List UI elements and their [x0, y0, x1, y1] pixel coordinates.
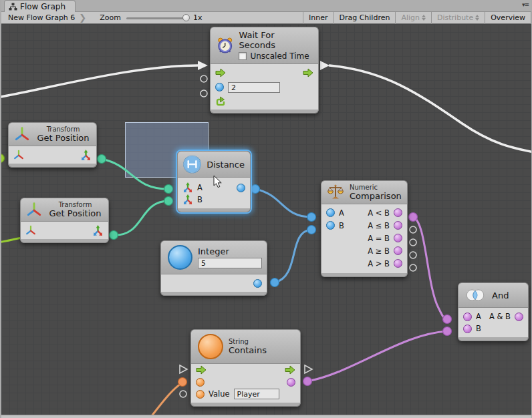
flow-graph-window: Flow Graph ▾≡ New Flow Graph 6 ❯ Zoom 1x… — [0, 0, 532, 418]
dot-teal — [164, 185, 173, 194]
node-footer — [458, 337, 529, 341]
dot-blue — [271, 278, 279, 287]
wire-distance-to-comparison-a — [255, 189, 311, 217]
empty-exec-triangle-contains-out — [305, 365, 312, 373]
seconds-port[interactable] — [215, 83, 224, 91]
seconds-field[interactable]: 2 — [228, 82, 280, 93]
dot-blue — [307, 226, 316, 234]
integer-circle-icon — [168, 245, 192, 270]
port-label: B — [476, 324, 481, 333]
integer-value-field[interactable]: 5 — [198, 258, 262, 268]
node-wait-for-seconds[interactable]: Wait For Seconds Unscaled Time 2 — [210, 27, 319, 114]
port-label: A ≤ B — [368, 221, 390, 230]
port-label: A > B — [368, 259, 390, 268]
inner-button[interactable]: Inner — [303, 12, 333, 24]
vector3-input-port-icon[interactable] — [182, 182, 193, 193]
exec-out-port-icon[interactable] — [285, 365, 295, 375]
contains-value-field[interactable]: Player — [234, 389, 279, 399]
comparison-input-a-port[interactable] — [326, 208, 335, 217]
comparison-geq-port[interactable] — [394, 246, 402, 255]
and-output-port[interactable] — [515, 312, 523, 321]
node-distance[interactable]: Distance A — [177, 151, 251, 212]
vector3-input-port-icon[interactable] — [182, 194, 193, 205]
node-get-position-2[interactable]: Transform Get Position — [20, 198, 109, 243]
node-subtitle: Transform — [47, 201, 103, 208]
unscaled-time-checkbox[interactable] — [239, 52, 247, 60]
comparison-eq-port[interactable] — [394, 234, 402, 242]
dot-purple — [409, 213, 418, 222]
empty-port-wait-loop — [201, 90, 207, 97]
node-footer — [160, 292, 267, 296]
port-label: A ≥ B — [368, 246, 390, 256]
dot-teal — [110, 231, 118, 240]
breadcrumb-label: New Flow Graph 6 — [8, 13, 75, 22]
exec-out-port-icon[interactable] — [303, 68, 313, 77]
exec-in-port-icon[interactable] — [215, 68, 226, 77]
align-button[interactable]: Align — [395, 12, 431, 24]
node-body: 2 — [210, 64, 319, 110]
transform-input-port-icon[interactable] — [13, 150, 24, 160]
port-label: B — [197, 195, 203, 204]
comparison-leq-port[interactable] — [394, 221, 402, 230]
node-body: A A < B B A ≤ B A = B A ≥ B — [321, 204, 408, 273]
wire-orange-in — [149, 383, 182, 415]
node-header: Numeric Comparison — [321, 180, 408, 204]
node-header: String Contains — [190, 329, 301, 364]
drag-children-button[interactable]: Drag Children — [333, 12, 395, 24]
dot-teal — [164, 197, 173, 206]
transform-input-port-icon[interactable] — [25, 225, 36, 236]
node-header: And — [458, 282, 529, 308]
zoom-slider-knob[interactable] — [182, 14, 190, 21]
node-header: Transform Get Position — [20, 198, 109, 222]
node-header: Transform Get Position — [8, 122, 97, 146]
zoom-label: Zoom — [100, 13, 121, 22]
comparison-input-b-port[interactable] — [326, 221, 335, 230]
node-subtitle: Numeric — [350, 184, 402, 191]
toolbar-right-group: Inner Drag Children Align Distribute Ove… — [303, 12, 531, 24]
graph-canvas[interactable]: Wait For Seconds Unscaled Time 2 — [1, 24, 531, 415]
exec-arrowhead-out — [320, 61, 329, 70]
port-label: A = B — [368, 234, 390, 243]
port-label: Value — [209, 389, 230, 399]
checkbox-label: Unscaled Time — [250, 51, 309, 61]
integer-output-port[interactable] — [253, 279, 262, 288]
and-input-a-port[interactable] — [463, 312, 472, 321]
exec-in-port-icon[interactable] — [196, 365, 207, 375]
and-input-b-port[interactable] — [463, 325, 472, 333]
comparison-gt-port[interactable] — [394, 259, 402, 268]
node-title: Wait For Seconds — [239, 30, 312, 50]
dot-orange — [178, 378, 187, 387]
graph-toolbar: New Flow Graph 6 ❯ Zoom 1x Inner Drag Ch… — [1, 12, 531, 24]
vector3-output-port-icon[interactable] — [80, 150, 92, 161]
distance-output-port[interactable] — [237, 184, 245, 192]
node-header: Integer 5 — [160, 240, 267, 274]
zoom-slider[interactable] — [126, 12, 188, 24]
node-body — [20, 222, 109, 239]
breadcrumb[interactable]: New Flow Graph 6 — [1, 12, 78, 24]
transform-axes-icon — [26, 202, 42, 218]
pane-menu-icon[interactable]: ▾≡ — [522, 1, 529, 8]
node-get-position-1[interactable]: Transform Get Position — [8, 122, 97, 168]
transform-axes-icon — [14, 126, 30, 142]
contains-target-port[interactable] — [196, 378, 205, 387]
comparison-lt-port[interactable] — [394, 208, 402, 217]
node-title: Comparison — [350, 191, 402, 201]
node-numeric-comparison[interactable]: Numeric Comparison A A < B B A ≤ B — [321, 180, 408, 277]
venn-intersection-icon — [464, 288, 487, 302]
tab-flow-graph[interactable]: Flow Graph — [4, 0, 76, 12]
node-string-contains[interactable]: String Contains Value Player — [190, 329, 301, 407]
empty-port-comparison-leq — [410, 226, 416, 233]
loop-exec-port-icon[interactable] — [215, 96, 226, 106]
node-integer[interactable]: Integer 5 — [160, 240, 267, 296]
distribute-button[interactable]: Distribute — [431, 12, 485, 24]
contains-output-port[interactable] — [287, 378, 295, 387]
tab-strip: Flow Graph ▾≡ — [1, 0, 531, 12]
contains-value-port[interactable] — [196, 390, 205, 399]
node-body: A B — [177, 178, 251, 208]
dot-purple — [303, 377, 312, 386]
node-and[interactable]: And A A & B B — [458, 282, 529, 341]
overview-button[interactable]: Overview — [485, 12, 531, 24]
node-body: Value Player — [190, 364, 301, 403]
vector3-output-port-icon[interactable] — [92, 225, 104, 236]
port-label: A — [476, 312, 481, 321]
